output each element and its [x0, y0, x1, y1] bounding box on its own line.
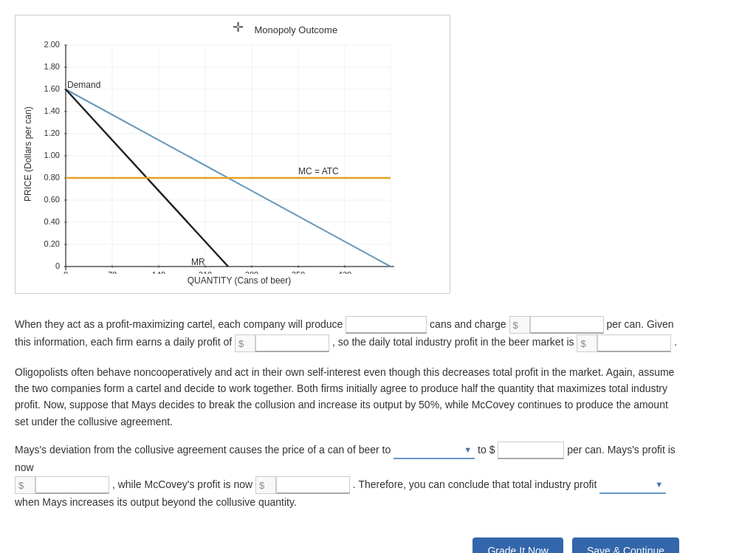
- p1-input-price[interactable]: [530, 316, 604, 334]
- svg-text:70: 70: [108, 270, 117, 274]
- svg-text:0: 0: [55, 261, 60, 270]
- p3-dollar1: $: [15, 476, 35, 494]
- p3-input-mays-profit[interactable]: [35, 476, 109, 494]
- svg-text:280: 280: [245, 270, 258, 274]
- svg-text:2.00: 2.00: [44, 40, 60, 49]
- grade-button[interactable]: Grade It Now: [472, 537, 563, 553]
- svg-text:1.60: 1.60: [44, 84, 60, 93]
- p3-dollar2: $: [255, 476, 276, 494]
- p1-dollar2: $: [235, 334, 255, 352]
- buttons-section: Grade It Now Save & Continue Continue wi…: [15, 523, 679, 553]
- p1-text-mid3: , so the daily total industry profit in …: [332, 336, 574, 348]
- p3-text-end: when Mays increases its output beyond th…: [15, 496, 297, 508]
- svg-text:0.40: 0.40: [44, 217, 60, 226]
- svg-text:1.20: 1.20: [44, 128, 60, 137]
- chart-container: ✛ Monopoly Outcome PRICE (Dollars per ca…: [15, 15, 450, 294]
- y-axis-label: PRICE (Dollars per can): [23, 23, 33, 286]
- paragraph3: Mays's deviation from the collusive agre…: [15, 442, 679, 510]
- p3-input-mccovey-profit[interactable]: [276, 476, 350, 494]
- svg-text:0.60: 0.60: [44, 195, 60, 204]
- svg-text:210: 210: [199, 270, 212, 274]
- paragraph2: Oligopolists often behave noncooperative…: [15, 364, 679, 430]
- paragraph1: When they act as a profit-maximizing car…: [15, 316, 679, 352]
- p2-text: Oligopolists often behave noncooperative…: [15, 366, 674, 427]
- p3-text-mid1: to $: [478, 444, 495, 456]
- svg-text:0: 0: [63, 270, 68, 274]
- p1-dollar1: $: [509, 316, 530, 334]
- svg-text:MR: MR: [191, 257, 205, 267]
- svg-text:0.20: 0.20: [44, 239, 60, 248]
- p3-input-price[interactable]: [498, 442, 564, 459]
- save-continue-button[interactable]: Save & Continue: [572, 537, 679, 553]
- p1-input-total-profit[interactable]: [597, 334, 671, 352]
- svg-text:420: 420: [338, 270, 351, 274]
- chart-title: Monopoly Outcome: [254, 24, 337, 35]
- p3-text-before: Mays's deviation from the collusive agre…: [15, 444, 391, 456]
- p1-dollar3: $: [577, 334, 597, 352]
- move-icon[interactable]: ✛: [233, 19, 244, 35]
- p1-input-profit[interactable]: [255, 334, 329, 352]
- svg-text:1.40: 1.40: [44, 106, 60, 115]
- p1-input-cans[interactable]: [346, 316, 427, 334]
- svg-text:140: 140: [152, 270, 165, 274]
- x-axis-label: QUANTITY (Cans of beer): [36, 275, 442, 286]
- p1-text-end: .: [674, 336, 677, 348]
- svg-text:350: 350: [292, 270, 305, 274]
- chart-svg: 2.00 1.80 1.60 1.40 1.20 1.00 0.80 0.60: [36, 23, 413, 274]
- svg-text:1.00: 1.00: [44, 151, 60, 159]
- p1-text-mid1: cans and charge: [430, 318, 506, 330]
- p3-dropdown2[interactable]: ▼: [599, 476, 666, 494]
- svg-text:0.80: 0.80: [44, 173, 60, 182]
- svg-text:Demand: Demand: [67, 80, 100, 90]
- p3-dropdown1[interactable]: ▼: [394, 442, 475, 459]
- p3-text-mid4: . Therefore, you can conclude that total…: [353, 478, 597, 490]
- svg-text:1.80: 1.80: [44, 62, 60, 71]
- svg-text:MC = ATC: MC = ATC: [298, 166, 339, 176]
- p1-text-before: When they act as a profit-maximizing car…: [15, 318, 343, 330]
- p3-text-mid3: , while McCovey's profit is now: [112, 478, 252, 490]
